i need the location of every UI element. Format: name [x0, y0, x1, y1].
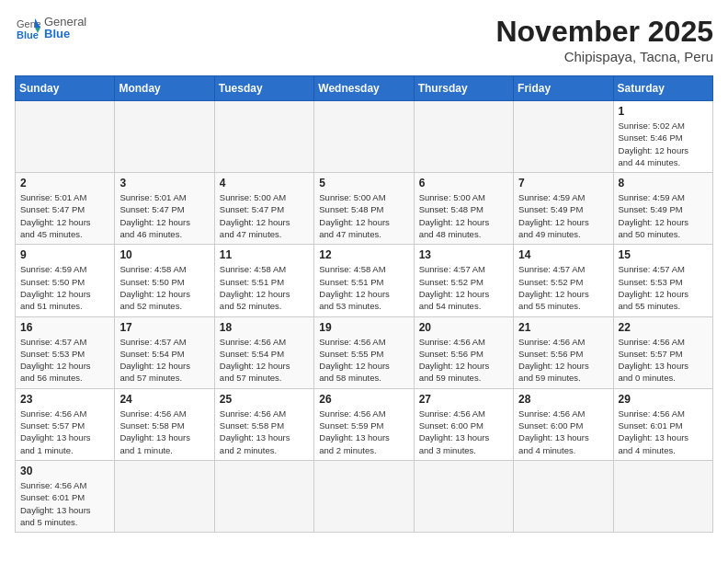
day-number: 14 [518, 248, 608, 261]
day-cell-12: 12Sunrise: 4:58 AM Sunset: 5:51 PM Dayli… [314, 245, 414, 316]
day-number: 21 [518, 321, 608, 334]
day-info: Sunrise: 4:56 AM Sunset: 5:58 PM Dayligh… [220, 408, 309, 456]
day-number: 29 [619, 393, 708, 406]
day-info: Sunrise: 4:57 AM Sunset: 5:52 PM Dayligh… [518, 263, 608, 312]
logo-text: General Blue [44, 15, 86, 40]
page-header: General Blue General Blue November 2025 … [15, 15, 713, 64]
day-cell-2: 2Sunrise: 5:01 AM Sunset: 5:47 PM Daylig… [16, 173, 115, 245]
day-cell-26: 26Sunrise: 4:56 AM Sunset: 5:59 PM Dayli… [314, 388, 414, 460]
week-row-6: 30Sunrise: 4:56 AM Sunset: 6:01 PM Dayli… [16, 460, 713, 532]
month-title: November 2025 [495, 15, 713, 49]
day-info: Sunrise: 4:57 AM Sunset: 5:54 PM Dayligh… [119, 336, 209, 385]
day-number: 26 [319, 393, 408, 406]
day-cell-5: 5Sunrise: 5:00 AM Sunset: 5:48 PM Daylig… [314, 173, 414, 245]
day-number: 16 [20, 321, 109, 334]
day-number: 10 [119, 248, 209, 261]
day-number: 9 [20, 248, 109, 261]
logo: General Blue General Blue [15, 15, 86, 40]
day-cell-7: 7Sunrise: 4:59 AM Sunset: 5:49 PM Daylig… [514, 173, 613, 245]
weekday-header-sunday: Sunday [16, 76, 115, 101]
day-info: Sunrise: 4:56 AM Sunset: 6:00 PM Dayligh… [419, 408, 508, 456]
day-cell-13: 13Sunrise: 4:57 AM Sunset: 5:52 PM Dayli… [414, 245, 513, 316]
weekday-header-row: SundayMondayTuesdayWednesdayThursdayFrid… [16, 76, 713, 101]
day-info: Sunrise: 5:00 AM Sunset: 5:48 PM Dayligh… [319, 191, 408, 240]
day-number: 4 [220, 177, 309, 190]
day-info: Sunrise: 4:56 AM Sunset: 5:55 PM Dayligh… [319, 336, 408, 385]
day-info: Sunrise: 4:56 AM Sunset: 5:58 PM Dayligh… [119, 408, 209, 456]
empty-cell [314, 460, 414, 532]
day-number: 25 [220, 393, 309, 406]
day-info: Sunrise: 5:02 AM Sunset: 5:46 PM Dayligh… [619, 120, 708, 168]
day-info: Sunrise: 4:56 AM Sunset: 5:57 PM Dayligh… [619, 336, 708, 385]
day-number: 20 [419, 321, 508, 334]
day-number: 2 [20, 177, 109, 190]
day-cell-21: 21Sunrise: 4:56 AM Sunset: 5:56 PM Dayli… [514, 316, 613, 388]
day-info: Sunrise: 4:56 AM Sunset: 5:57 PM Dayligh… [20, 408, 109, 456]
empty-cell [115, 460, 214, 532]
day-info: Sunrise: 4:56 AM Sunset: 5:56 PM Dayligh… [419, 336, 508, 385]
day-info: Sunrise: 4:57 AM Sunset: 5:53 PM Dayligh… [20, 336, 109, 385]
day-info: Sunrise: 4:56 AM Sunset: 6:00 PM Dayligh… [518, 408, 608, 456]
weekday-header-friday: Friday [514, 76, 613, 101]
day-number: 19 [319, 321, 408, 334]
day-cell-15: 15Sunrise: 4:57 AM Sunset: 5:53 PM Dayli… [613, 245, 712, 316]
day-info: Sunrise: 4:57 AM Sunset: 5:53 PM Dayligh… [619, 263, 708, 312]
svg-text:Blue: Blue [17, 29, 39, 40]
day-cell-27: 27Sunrise: 4:56 AM Sunset: 6:00 PM Dayli… [414, 388, 513, 460]
weekday-header-wednesday: Wednesday [314, 76, 414, 101]
day-cell-6: 6Sunrise: 5:00 AM Sunset: 5:48 PM Daylig… [414, 173, 513, 245]
day-info: Sunrise: 4:56 AM Sunset: 5:59 PM Dayligh… [319, 408, 408, 456]
weekday-header-saturday: Saturday [613, 76, 712, 101]
day-number: 28 [518, 393, 608, 406]
day-cell-3: 3Sunrise: 5:01 AM Sunset: 5:47 PM Daylig… [115, 173, 214, 245]
day-cell-4: 4Sunrise: 5:00 AM Sunset: 5:47 PM Daylig… [214, 173, 313, 245]
empty-cell [414, 101, 513, 173]
day-info: Sunrise: 4:58 AM Sunset: 5:51 PM Dayligh… [220, 263, 309, 312]
day-info: Sunrise: 4:58 AM Sunset: 5:50 PM Dayligh… [119, 263, 209, 312]
empty-cell [214, 460, 313, 532]
empty-cell [514, 460, 613, 532]
day-info: Sunrise: 5:01 AM Sunset: 5:47 PM Dayligh… [20, 191, 109, 240]
day-info: Sunrise: 4:56 AM Sunset: 5:56 PM Dayligh… [518, 336, 608, 385]
calendar: SundayMondayTuesdayWednesdayThursdayFrid… [15, 75, 713, 533]
day-number: 24 [119, 393, 209, 406]
day-info: Sunrise: 5:00 AM Sunset: 5:47 PM Dayligh… [220, 191, 309, 240]
empty-cell [214, 101, 313, 173]
day-cell-14: 14Sunrise: 4:57 AM Sunset: 5:52 PM Dayli… [514, 245, 613, 316]
day-number: 7 [518, 177, 608, 190]
day-info: Sunrise: 4:56 AM Sunset: 5:54 PM Dayligh… [220, 336, 309, 385]
day-cell-24: 24Sunrise: 4:56 AM Sunset: 5:58 PM Dayli… [115, 388, 214, 460]
day-number: 30 [20, 465, 109, 477]
day-cell-23: 23Sunrise: 4:56 AM Sunset: 5:57 PM Dayli… [16, 388, 115, 460]
week-row-5: 23Sunrise: 4:56 AM Sunset: 5:57 PM Dayli… [16, 388, 713, 460]
day-number: 6 [419, 177, 508, 190]
day-number: 5 [319, 177, 408, 190]
week-row-3: 9Sunrise: 4:59 AM Sunset: 5:50 PM Daylig… [16, 245, 713, 316]
day-cell-17: 17Sunrise: 4:57 AM Sunset: 5:54 PM Dayli… [115, 316, 214, 388]
day-info: Sunrise: 4:58 AM Sunset: 5:51 PM Dayligh… [319, 263, 408, 312]
day-cell-16: 16Sunrise: 4:57 AM Sunset: 5:53 PM Dayli… [16, 316, 115, 388]
week-row-2: 2Sunrise: 5:01 AM Sunset: 5:47 PM Daylig… [16, 173, 713, 245]
day-info: Sunrise: 4:59 AM Sunset: 5:49 PM Dayligh… [619, 191, 708, 240]
day-number: 27 [419, 393, 508, 406]
day-number: 3 [119, 177, 209, 190]
empty-cell [115, 101, 214, 173]
weekday-header-thursday: Thursday [414, 76, 513, 101]
day-info: Sunrise: 4:57 AM Sunset: 5:52 PM Dayligh… [419, 263, 508, 312]
day-cell-25: 25Sunrise: 4:56 AM Sunset: 5:58 PM Dayli… [214, 388, 313, 460]
week-row-4: 16Sunrise: 4:57 AM Sunset: 5:53 PM Dayli… [16, 316, 713, 388]
day-number: 13 [419, 248, 508, 261]
day-cell-29: 29Sunrise: 4:56 AM Sunset: 6:01 PM Dayli… [613, 388, 712, 460]
day-number: 17 [119, 321, 209, 334]
day-number: 22 [619, 321, 708, 334]
day-cell-10: 10Sunrise: 4:58 AM Sunset: 5:50 PM Dayli… [115, 245, 214, 316]
day-number: 15 [619, 248, 708, 261]
empty-cell [16, 101, 115, 173]
weekday-header-monday: Monday [115, 76, 214, 101]
day-cell-22: 22Sunrise: 4:56 AM Sunset: 5:57 PM Dayli… [613, 316, 712, 388]
day-number: 11 [220, 248, 309, 261]
empty-cell [414, 460, 513, 532]
weekday-header-tuesday: Tuesday [214, 76, 313, 101]
day-number: 23 [20, 393, 109, 406]
day-cell-1: 1Sunrise: 5:02 AM Sunset: 5:46 PM Daylig… [613, 101, 712, 173]
